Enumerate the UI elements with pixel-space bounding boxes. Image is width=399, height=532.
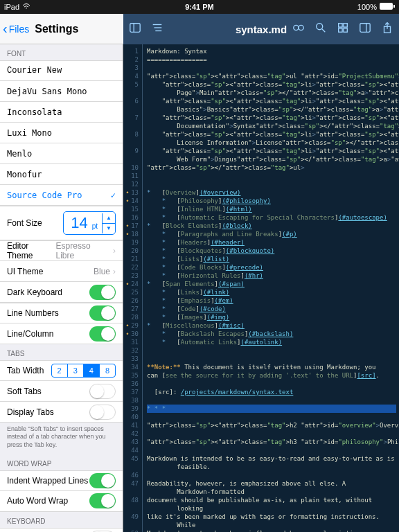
- font-option[interactable]: Luxi Mono: [0, 123, 123, 143]
- line-gutter: 123456789101112•13•141516•17•18192021222…: [123, 44, 143, 532]
- dark-keyboard-label: Dark Keyboard: [7, 287, 62, 297]
- font-option[interactable]: Inconsolata: [0, 102, 123, 123]
- display-tabs-label: Display Tabs: [7, 407, 54, 417]
- tab-width-option[interactable]: 3: [68, 364, 84, 377]
- line-column-toggle[interactable]: [89, 326, 116, 342]
- auto-wrap-toggle[interactable]: [89, 493, 116, 508]
- stepper-up-icon[interactable]: ▲: [103, 213, 115, 224]
- svg-point-7: [294, 25, 299, 30]
- read-only-row: Read-Only: [0, 528, 123, 532]
- svg-rect-1: [393, 5, 395, 8]
- ui-theme-label: UI Theme: [7, 267, 43, 276]
- soft-tabs-toggle[interactable]: [89, 384, 116, 399]
- font-size-label: Font Size: [7, 218, 42, 228]
- chevron-right-icon: ›: [113, 246, 116, 256]
- soft-tabs-note: Enable "Soft Tabs" to insert spaces inst…: [0, 423, 123, 454]
- tab-width-option[interactable]: 8: [100, 364, 115, 377]
- filename: syntax.md: [236, 24, 287, 35]
- svg-rect-12: [344, 24, 347, 27]
- tab-width-row: Tab Width 2348: [0, 360, 123, 381]
- dark-keyboard-row: Dark Keyboard: [0, 282, 123, 303]
- chevron-right-icon: ›: [113, 267, 116, 276]
- font-section-header: FONT: [0, 44, 123, 60]
- indent-wrapped-row: Indent Wrapped Lines: [0, 470, 123, 491]
- tabs-section-header: TABS: [0, 344, 123, 360]
- editor-theme-row[interactable]: Editor Theme Espresso Libre›: [0, 240, 123, 261]
- dark-keyboard-toggle[interactable]: [89, 285, 116, 300]
- soft-tabs-label: Soft Tabs: [7, 387, 42, 396]
- sidebar-right-icon[interactable]: [359, 21, 371, 37]
- back-label: Files: [9, 24, 30, 35]
- editor-pane[interactable]: 123456789101112•13•141516•17•18192021222…: [123, 44, 399, 532]
- indent-wrapped-toggle[interactable]: [89, 473, 116, 488]
- font-option[interactable]: Source Code Pro✓: [0, 185, 123, 206]
- font-option[interactable]: Menlo: [0, 143, 123, 164]
- font-size-value: 14: [64, 214, 91, 232]
- wifi-icon: [22, 3, 30, 11]
- auto-wrap-row: Auto Word Wrap: [0, 491, 123, 512]
- tab-width-option[interactable]: 2: [52, 364, 68, 377]
- app-header: ‹ Files Settings syntax.md: [0, 14, 399, 44]
- chevron-left-icon: ‹: [3, 21, 8, 37]
- ui-theme-value: Blue: [94, 267, 110, 276]
- share-icon[interactable]: [381, 21, 393, 37]
- display-tabs-toggle[interactable]: [89, 405, 116, 420]
- svg-rect-15: [360, 24, 370, 33]
- tools-icon[interactable]: [337, 21, 349, 37]
- font-size-stepper[interactable]: 14 pt ▲ ▼: [63, 211, 116, 235]
- settings-pane: FONT Courier NewDejaVu Sans MonoInconsol…: [0, 44, 123, 532]
- ui-theme-row[interactable]: UI Theme Blue›: [0, 261, 123, 282]
- svg-rect-0: [380, 3, 393, 10]
- svg-rect-2: [130, 24, 140, 33]
- svg-rect-11: [339, 24, 342, 27]
- preview-icon[interactable]: [292, 21, 305, 37]
- outline-icon[interactable]: [151, 21, 163, 37]
- indent-wrapped-label: Indent Wrapped Lines: [7, 476, 88, 486]
- svg-line-10: [322, 29, 326, 33]
- check-icon: ✓: [111, 190, 116, 200]
- editor-theme-label: Editor Theme: [7, 241, 56, 260]
- clock: 9:41 PM: [185, 3, 214, 11]
- font-option[interactable]: Courier New: [0, 60, 123, 81]
- auto-wrap-label: Auto Word Wrap: [7, 496, 68, 506]
- stepper-down-icon[interactable]: ▼: [103, 224, 115, 233]
- svg-point-8: [299, 25, 303, 30]
- status-bar: iPad 9:41 PM 100%: [0, 0, 399, 14]
- wrap-section-header: WORD WRAP: [0, 454, 123, 470]
- soft-tabs-row: Soft Tabs: [0, 381, 123, 402]
- line-numbers-toggle[interactable]: [89, 305, 116, 321]
- line-column-label: Line/Column: [7, 329, 53, 339]
- sidebar-left-icon[interactable]: [129, 21, 141, 37]
- font-size-unit: pt: [92, 222, 102, 230]
- line-numbers-label: Line Numbers: [7, 308, 59, 318]
- tab-width-label: Tab Width: [7, 366, 44, 375]
- tab-width-segmented[interactable]: 2348: [51, 364, 116, 378]
- line-column-row: Line/Column: [0, 323, 123, 344]
- device-label: iPad: [4, 3, 19, 11]
- settings-title: Settings: [35, 23, 78, 35]
- display-tabs-row: Display Tabs: [0, 402, 123, 423]
- line-numbers-row: Line Numbers: [0, 303, 123, 323]
- svg-rect-13: [339, 28, 342, 32]
- back-button[interactable]: ‹ Files: [0, 21, 29, 37]
- code-area[interactable]: Markdown: Syntax ================ "attr"…: [143, 44, 399, 532]
- search-icon[interactable]: [314, 21, 327, 37]
- font-option[interactable]: DejaVu Sans Mono: [0, 81, 123, 102]
- tab-width-option[interactable]: 4: [84, 364, 100, 377]
- battery-text: 100%: [357, 3, 377, 11]
- svg-rect-14: [344, 28, 347, 32]
- battery-icon: [380, 3, 395, 11]
- font-option[interactable]: Monofur: [0, 164, 123, 185]
- svg-point-9: [317, 24, 323, 30]
- keyboard-section-header: KEYBOARD: [0, 512, 123, 528]
- editor-theme-value: Espresso Libre: [56, 241, 110, 260]
